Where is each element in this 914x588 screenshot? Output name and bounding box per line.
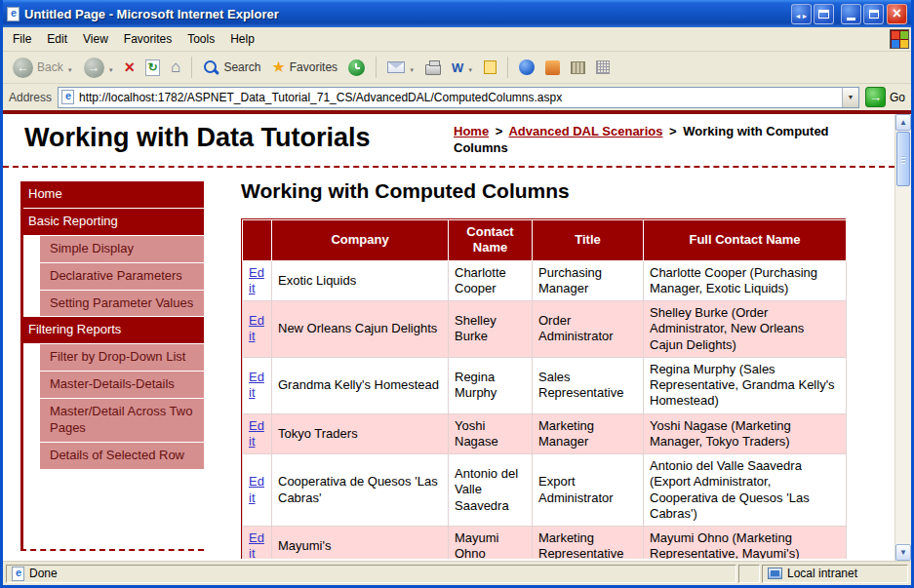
menu-file[interactable]: File	[5, 29, 39, 49]
star-icon	[271, 59, 285, 76]
word-icon	[452, 59, 463, 76]
window-controls	[791, 4, 907, 24]
go-label: Go	[890, 91, 905, 104]
address-input[interactable]: http://localhost:1782/ASPNET_Data_Tutori…	[58, 87, 859, 108]
mail-button[interactable]	[383, 57, 418, 78]
sidebar-item-master-detail-across-two-pages[interactable]: Master/Detail Across Two Pages	[40, 399, 204, 442]
menu-view[interactable]: View	[75, 29, 116, 49]
messenger-icon	[519, 59, 535, 75]
content-viewport: Working with Data Tutorials Home > Advan…	[3, 114, 894, 561]
scroll-up-button[interactable]	[895, 114, 911, 131]
table-row: Edit Mayumi's Mayumi Ohno Marketing Repr…	[243, 527, 847, 560]
edit-link[interactable]: Edit	[249, 418, 264, 449]
status-page-icon	[12, 567, 24, 581]
toolbar: Back Search Favorites	[3, 52, 911, 84]
forward-dropdown-icon	[108, 59, 114, 76]
home-button[interactable]	[167, 57, 184, 78]
scrollbar-track[interactable]	[895, 131, 911, 544]
sidebar-item-setting-parameter-values[interactable]: Setting Parameter Values	[40, 291, 204, 317]
close-button[interactable]	[887, 4, 907, 24]
menu-edit[interactable]: Edit	[39, 29, 75, 49]
menu-help[interactable]: Help	[222, 29, 262, 49]
go-area: Go	[865, 87, 905, 107]
cell-title: Purchasing Manager	[533, 260, 644, 301]
edit-link[interactable]: Edit	[249, 370, 264, 400]
sidebar-item-simple-display[interactable]: Simple Display	[40, 236, 204, 262]
sidebar-item-declarative-parameters[interactable]: Declarative Parameters	[40, 263, 204, 290]
security-zone-label: Local intranet	[787, 567, 857, 580]
forward-icon	[84, 58, 104, 78]
favorites-button[interactable]: Favorites	[267, 57, 341, 78]
grid-addon-button[interactable]	[592, 59, 614, 76]
vertical-scrollbar[interactable]	[894, 114, 911, 561]
forward-button[interactable]	[80, 56, 118, 80]
edit-link[interactable]: Edit	[249, 474, 264, 504]
refresh-button[interactable]	[141, 58, 164, 78]
main-article: Working with Computed Columns Company	[241, 179, 847, 559]
edit-with-word-button[interactable]	[448, 57, 477, 78]
address-dropdown-button[interactable]	[842, 88, 858, 107]
back-label: Back	[37, 60, 63, 74]
search-button[interactable]: Search	[199, 58, 264, 78]
research-addon-button[interactable]	[567, 59, 589, 76]
status-pane-zone: Local intranet	[762, 565, 908, 583]
history-button[interactable]	[344, 58, 369, 78]
breadcrumb-separator: >	[669, 124, 677, 138]
sidebar-nav: Home Basic Reporting Simple Display Decl…	[20, 181, 204, 470]
page-title: Working with Computed Columns	[241, 179, 847, 203]
history-icon	[348, 59, 365, 76]
print-icon	[425, 64, 441, 75]
building-icon	[571, 61, 585, 74]
page-content: Working with Data Tutorials Home > Advan…	[3, 114, 911, 561]
messenger-button[interactable]	[515, 58, 538, 77]
breadcrumb-link-advanced-dal[interactable]: Advanced DAL Scenarios	[508, 124, 662, 138]
window-square-icon	[818, 10, 829, 19]
sidebar-item-master-details-details[interactable]: Master-Details-Details	[40, 372, 204, 398]
share-icon	[545, 60, 560, 75]
monitor-move-button[interactable]	[791, 4, 812, 24]
cell-full-name: Shelley Burke (Order Administrator, New …	[644, 301, 847, 358]
cell-title: Export Administrator	[533, 454, 644, 527]
sidebar-item-filter-by-dropdown-list[interactable]: Filter by Drop-Down List	[40, 344, 204, 371]
minimize-button[interactable]	[841, 4, 861, 24]
back-button[interactable]: Back	[9, 56, 77, 80]
grid-icon	[596, 60, 610, 74]
sidebar-item-basic-reporting[interactable]: Basic Reporting	[20, 209, 204, 235]
window-span-button[interactable]	[814, 4, 834, 24]
edit-link[interactable]: Edit	[249, 265, 264, 295]
discuss-button[interactable]	[480, 59, 500, 76]
menu-tools[interactable]: Tools	[179, 29, 222, 49]
address-url: http://localhost:1782/ASPNET_Data_Tutori…	[79, 91, 842, 104]
maximize-icon	[869, 10, 879, 19]
edit-link[interactable]: Edit	[249, 530, 264, 559]
sidebar-item-home[interactable]: Home	[20, 181, 204, 208]
windows-logo-icon	[890, 29, 909, 49]
breadcrumb-link-home[interactable]: Home	[454, 124, 489, 138]
sidebar-item-details-of-selected-row[interactable]: Details of Selected Row	[40, 443, 204, 469]
grid-header-title: Title	[533, 220, 644, 261]
scroll-down-button[interactable]	[895, 544, 911, 561]
maximize-button[interactable]	[863, 4, 884, 24]
go-button[interactable]	[865, 87, 886, 107]
menu-favorites[interactable]: Favorites	[116, 29, 179, 49]
cell-company: Cooperativa de Quesos 'Las Cabras'	[272, 454, 449, 527]
cell-full-name: Charlotte Cooper (Purchasing Manager, Ex…	[644, 260, 847, 301]
cell-company: Exotic Liquids	[272, 260, 449, 301]
search-label: Search	[223, 60, 260, 74]
scrollbar-thumb[interactable]	[896, 132, 910, 186]
sidebar-item-filtering-reports[interactable]: Filtering Reports	[20, 317, 204, 343]
cell-company: Tokyo Traders	[272, 413, 449, 454]
status-pane-spacer	[738, 565, 760, 583]
stop-button[interactable]	[121, 57, 139, 79]
cell-full-name: Yoshi Nagase (Marketing Manager, Tokyo T…	[644, 413, 847, 454]
print-button[interactable]	[421, 59, 445, 77]
discuss-icon	[484, 60, 497, 74]
share-addon-button[interactable]	[541, 59, 564, 77]
window-title: Untitled Page - Microsoft Internet Explo…	[24, 7, 279, 21]
favorites-label: Favorites	[290, 60, 338, 74]
table-row: Edit Grandma Kelly's Homestead Regina Mu…	[243, 357, 847, 413]
search-icon	[203, 59, 219, 76]
edit-link[interactable]: Edit	[249, 313, 264, 343]
cell-company: Grandma Kelly's Homestead	[272, 357, 449, 413]
minimize-icon	[847, 18, 855, 20]
